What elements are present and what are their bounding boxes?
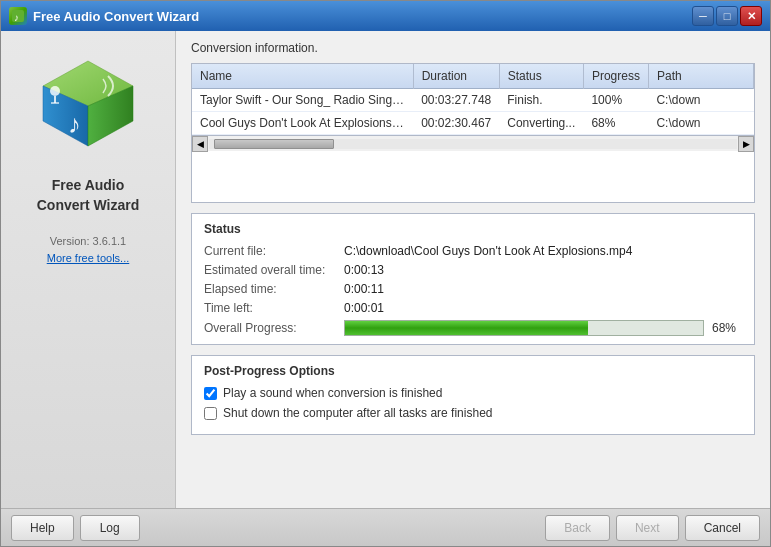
option2-checkbox[interactable] [204,407,217,420]
close-button[interactable]: ✕ [740,6,762,26]
cell-duration: 00:03:27.748 [413,89,499,112]
estimated-label: Estimated overall time: [204,263,344,277]
overall-progress-bar [344,320,704,336]
main-panel: Conversion information. Name Duration St… [176,31,770,508]
scroll-thumb[interactable] [214,139,334,149]
elapsed-time-row: Elapsed time: 0:00:11 [204,282,742,296]
status-section-title: Status [204,222,742,236]
cube-graphic: ♪ [33,51,143,161]
overall-progress-row: Overall Progress: 68% [204,320,742,336]
time-left-value: 0:00:01 [344,301,384,315]
status-section: Status Current file: C:\download\Cool Gu… [191,213,755,345]
more-tools-link[interactable]: More free tools... [47,252,130,264]
svg-point-6 [50,86,60,96]
horizontal-scrollbar[interactable]: ◀ ▶ [192,135,754,151]
file-table-body: Taylor Swift - Our Song_ Radio Single Ve… [192,89,754,135]
table-header-row: Name Duration Status Progress Path [192,64,754,89]
title-bar: ♪ Free Audio Convert Wizard ─ □ ✕ [1,1,770,31]
estimated-value: 0:00:13 [344,263,384,277]
svg-text:♪: ♪ [68,109,81,139]
cell-path: C:\down [648,89,753,112]
app-logo: ♪ [33,51,143,161]
option1-row: Play a sound when conversion is finished [204,386,742,400]
table-row: Taylor Swift - Our Song_ Radio Single Ve… [192,89,754,112]
time-left-label: Time left: [204,301,344,315]
conversion-info-label: Conversion information. [191,41,755,55]
post-progress-section: Post-Progress Options Play a sound when … [191,355,755,435]
footer-right-buttons: Back Next Cancel [545,515,760,541]
window-controls: ─ □ ✕ [692,6,762,26]
sidebar-version: Version: 3.6.1.1 [50,235,126,247]
col-header-path: Path [648,64,753,89]
table-row: Cool Guys Don't Look At Explosions.mp4 0… [192,112,754,135]
svg-text:♪: ♪ [14,12,19,23]
cell-name: Taylor Swift - Our Song_ Radio Single Ve… [192,89,413,112]
cancel-button[interactable]: Cancel [685,515,760,541]
cell-progress: 100% [583,89,648,112]
next-button[interactable]: Next [616,515,679,541]
option1-label: Play a sound when conversion is finished [223,386,442,400]
option2-label: Shut down the computer after all tasks a… [223,406,492,420]
maximize-button[interactable]: □ [716,6,738,26]
footer-left-buttons: Help Log [11,515,140,541]
cell-status: Finish. [499,89,583,112]
post-progress-title: Post-Progress Options [204,364,742,378]
col-header-name: Name [192,64,413,89]
elapsed-label: Elapsed time: [204,282,344,296]
time-left-row: Time left: 0:00:01 [204,301,742,315]
current-file-value: C:\download\Cool Guys Don't Look At Expl… [344,244,632,258]
progress-bar-fill [345,321,588,335]
file-table-container: Name Duration Status Progress Path Taylo… [191,63,755,203]
cell-path: C:\down [648,112,753,135]
overall-progress-label: Overall Progress: [204,321,344,335]
cell-status: Converting... [499,112,583,135]
scroll-track[interactable] [209,139,737,149]
col-header-duration: Duration [413,64,499,89]
content-area: ♪ Free Audio Convert Wizard Version: 3.6… [1,31,770,508]
option2-row: Shut down the computer after all tasks a… [204,406,742,420]
col-header-progress: Progress [583,64,648,89]
estimated-time-row: Estimated overall time: 0:00:13 [204,263,742,277]
overall-progress-text: 68% [712,321,742,335]
elapsed-value: 0:00:11 [344,282,384,296]
window-title: Free Audio Convert Wizard [33,9,692,24]
minimize-button[interactable]: ─ [692,6,714,26]
scroll-left-arrow[interactable]: ◀ [192,136,208,152]
app-icon: ♪ [9,7,27,25]
log-button[interactable]: Log [80,515,140,541]
help-button[interactable]: Help [11,515,74,541]
current-file-row: Current file: C:\download\Cool Guys Don'… [204,244,742,258]
scroll-right-arrow[interactable]: ▶ [738,136,754,152]
footer-bar: Help Log Back Next Cancel [1,508,770,546]
cell-progress: 68% [583,112,648,135]
sidebar-app-title: Free Audio Convert Wizard [37,176,140,215]
cell-name: Cool Guys Don't Look At Explosions.mp4 [192,112,413,135]
sidebar: ♪ Free Audio Convert Wizard Version: 3.6… [1,31,176,508]
file-table: Name Duration Status Progress Path Taylo… [192,64,754,135]
back-button[interactable]: Back [545,515,610,541]
current-file-label: Current file: [204,244,344,258]
option1-checkbox[interactable] [204,387,217,400]
main-window: ♪ Free Audio Convert Wizard ─ □ ✕ [0,0,771,547]
cell-duration: 00:02:30.467 [413,112,499,135]
col-header-status: Status [499,64,583,89]
